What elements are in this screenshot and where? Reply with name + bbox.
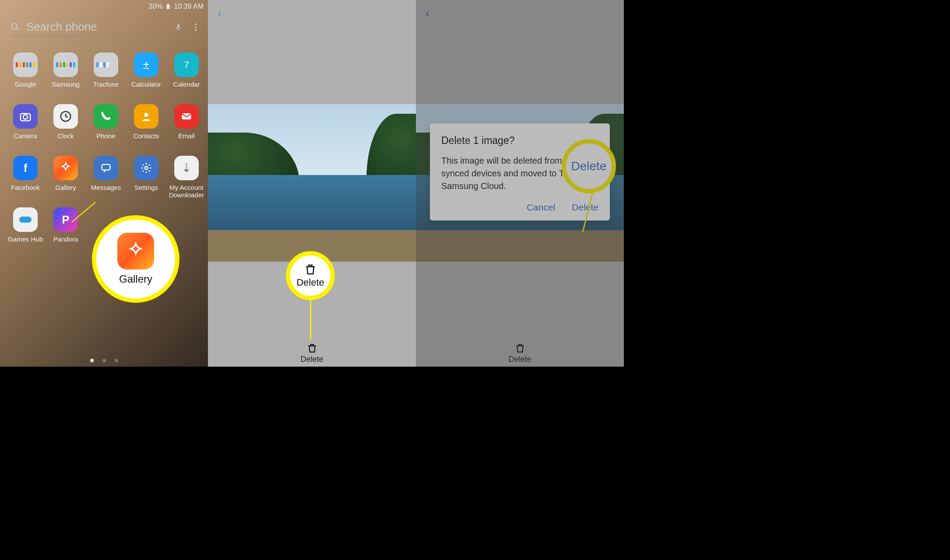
panel-gallery-view: ‹ Delete Delete bbox=[208, 0, 416, 367]
svg-point-2 bbox=[12, 23, 18, 29]
trash-icon bbox=[304, 263, 317, 276]
app-settings[interactable]: Settings bbox=[127, 156, 165, 199]
search-bar[interactable] bbox=[11, 20, 197, 37]
trash-icon bbox=[306, 343, 318, 354]
battery-icon bbox=[165, 4, 171, 10]
back-button[interactable]: ‹ bbox=[218, 6, 222, 20]
highlight-gallery: Gallery bbox=[92, 215, 179, 303]
app-games-hub[interactable]: Games Hub bbox=[6, 207, 45, 250]
app-clock[interactable]: Clock bbox=[46, 104, 85, 147]
panel-delete-dialog: ‹ Delete Delete 1 image? This image will… bbox=[416, 0, 624, 367]
page-indicator bbox=[90, 359, 118, 362]
clock-time: 10:39 AM bbox=[174, 3, 204, 10]
dialog-title: Delete 1 image? bbox=[441, 135, 598, 147]
svg-point-10 bbox=[23, 115, 28, 119]
cancel-button[interactable]: Cancel bbox=[527, 202, 555, 213]
more-icon[interactable] bbox=[194, 22, 197, 32]
search-input[interactable] bbox=[26, 20, 169, 34]
back-button[interactable]: ‹ bbox=[426, 6, 429, 20]
highlight-delete: Delete bbox=[286, 251, 335, 300]
app-calculator[interactable]: ±Calculator bbox=[127, 52, 165, 95]
app-camera[interactable]: Camera bbox=[6, 104, 45, 147]
photo-preview[interactable] bbox=[208, 104, 416, 262]
app-tracfone[interactable]: Tracfone bbox=[87, 52, 125, 95]
app-gallery[interactable]: Gallery bbox=[46, 156, 85, 199]
app-google[interactable]: Google bbox=[6, 52, 45, 95]
divider bbox=[188, 22, 188, 32]
highlight-delete-confirm: Delete bbox=[562, 139, 616, 193]
svg-point-17 bbox=[145, 167, 148, 170]
status-bar: 30% 10:39 AM bbox=[0, 0, 208, 11]
confirm-delete-button[interactable]: Delete bbox=[572, 202, 598, 213]
app-grid: Google Samsung Tracfone ±Calculator 7Cal… bbox=[0, 41, 208, 250]
app-messages[interactable]: Messages bbox=[87, 156, 125, 199]
confirm-dialog: Delete 1 image? This image will be delet… bbox=[430, 123, 610, 220]
svg-rect-4 bbox=[177, 24, 179, 28]
search-icon bbox=[11, 21, 20, 33]
highlight-line bbox=[582, 189, 595, 232]
app-contacts[interactable]: Contacts bbox=[127, 104, 165, 147]
svg-rect-16 bbox=[102, 164, 110, 170]
dialog-body: This image will be deleted from your syn… bbox=[441, 154, 598, 192]
highlight-gallery-label: Gallery bbox=[119, 273, 152, 285]
panel-app-drawer: 30% 10:39 AM Google Samsung Tracfone ±Ca… bbox=[0, 0, 208, 367]
svg-point-14 bbox=[144, 113, 148, 117]
gallery-icon bbox=[117, 233, 154, 270]
delete-button[interactable]: Delete bbox=[300, 343, 323, 364]
svg-rect-18 bbox=[19, 217, 32, 223]
photo-preview bbox=[416, 104, 624, 262]
svg-point-6 bbox=[195, 23, 197, 25]
svg-rect-0 bbox=[167, 4, 170, 9]
app-facebook[interactable]: fFacebook bbox=[6, 156, 45, 199]
trash-icon bbox=[514, 343, 526, 354]
app-phone[interactable]: Phone bbox=[87, 104, 125, 147]
app-calendar[interactable]: 7Calendar bbox=[167, 52, 206, 95]
delete-button[interactable]: Delete bbox=[508, 343, 531, 364]
svg-line-13 bbox=[66, 116, 68, 118]
app-email[interactable]: Email bbox=[167, 104, 206, 147]
app-samsung[interactable]: Samsung bbox=[46, 52, 85, 95]
mic-icon[interactable] bbox=[175, 22, 182, 32]
svg-point-8 bbox=[195, 29, 197, 31]
svg-rect-1 bbox=[168, 4, 169, 5]
highlight-line bbox=[310, 298, 311, 340]
svg-point-7 bbox=[195, 26, 197, 28]
battery-percent: 30% bbox=[148, 3, 162, 10]
app-pandora[interactable]: PPandora bbox=[46, 207, 85, 250]
app-my-account-downloader[interactable]: ⇣My Account Downloader bbox=[167, 156, 206, 199]
svg-line-3 bbox=[17, 28, 19, 30]
